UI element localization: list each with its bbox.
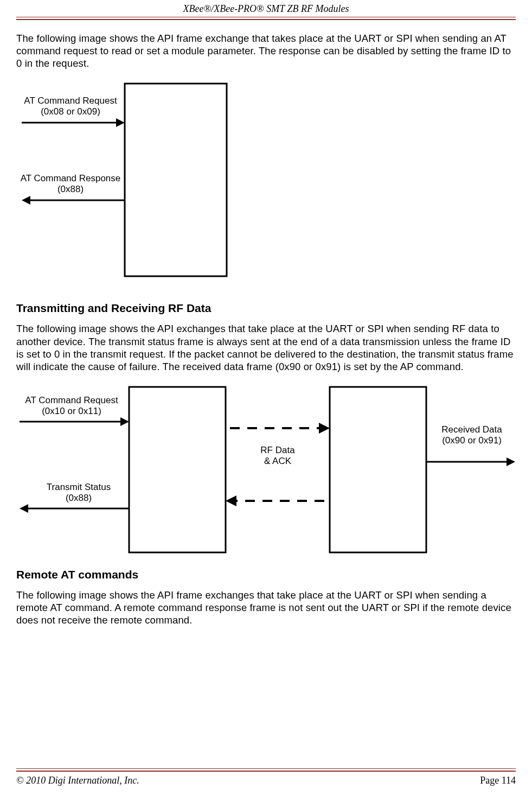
d1-req-l1: AT Command Request [24, 96, 117, 106]
svg-rect-5 [129, 387, 226, 552]
d1-resp-l1: AT Command Response [21, 173, 121, 183]
svg-marker-8 [120, 417, 129, 426]
paragraph-remote-at: The following image shows the API frame … [16, 589, 516, 626]
d2-mid-l2: & ACK [264, 456, 292, 466]
d1-resp-l2: (0x88) [57, 184, 84, 194]
d2-mid-l1: RF Data [260, 445, 295, 455]
d2-ts-l2: (0x88) [66, 493, 92, 503]
svg-rect-6 [330, 387, 426, 552]
svg-marker-10 [319, 423, 330, 434]
diagram-at-command: AT Command Request (0x08 or 0x09) AT Com… [16, 79, 516, 282]
svg-rect-0 [125, 84, 227, 276]
paragraph-transmit-receive: The following image shows the API exchan… [16, 322, 516, 373]
svg-marker-14 [20, 504, 28, 513]
footer-page-number: Page 114 [480, 775, 516, 786]
d2-ts-l1: Transmit Status [47, 482, 111, 492]
page-header: XBee®/XBee-PRO® SMT ZB RF Modules [16, 0, 516, 17]
svg-marker-4 [22, 196, 30, 205]
svg-marker-12 [226, 495, 236, 506]
d2-rd-l1: Received Data [441, 424, 502, 435]
svg-marker-16 [507, 457, 515, 466]
footer-rule [16, 768, 516, 772]
intro-paragraph-1: The following image shows the API frame … [16, 32, 516, 69]
svg-marker-2 [116, 118, 125, 127]
heading-remote-at: Remote AT commands [16, 568, 516, 581]
diagram-rf-data: AT Command Request (0x10 or 0x11) RF Dat… [16, 383, 516, 558]
d2-req-l1: AT Command Request [25, 395, 118, 405]
header-rule [16, 17, 516, 20]
heading-transmit-receive: Transmitting and Receiving RF Data [16, 302, 516, 315]
d2-req-l2: (0x10 or 0x11) [42, 406, 101, 416]
page-footer: © 2010 Digi International, Inc. Page 114 [16, 766, 516, 786]
footer-copyright: © 2010 Digi International, Inc. [16, 775, 139, 786]
d1-req-l2: (0x08 or 0x09) [41, 106, 100, 117]
d2-rd-l2: (0x90 or 0x91) [442, 435, 502, 446]
